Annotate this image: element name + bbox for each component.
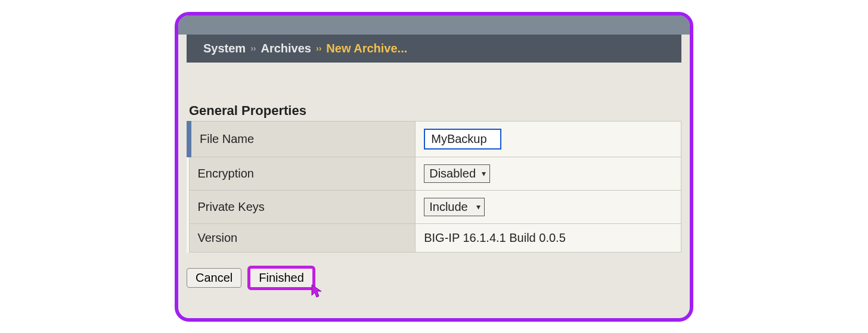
- cancel-button[interactable]: Cancel: [187, 268, 241, 288]
- encryption-select[interactable]: Disabled ▾: [424, 164, 490, 183]
- private-keys-value: Include: [429, 200, 468, 214]
- row-version: Version BIG-IP 16.1.4.1 Build 0.0.5: [189, 223, 681, 252]
- section-title: General Properties: [189, 103, 681, 119]
- file-name-input[interactable]: MyBackup: [424, 129, 501, 150]
- version-label: Version: [189, 223, 416, 252]
- private-keys-select[interactable]: Include ▾: [424, 198, 484, 216]
- row-private-keys: Private Keys Include ▾: [189, 190, 681, 223]
- breadcrumb-current: New Archive...: [326, 42, 407, 55]
- breadcrumb-system[interactable]: System: [203, 42, 246, 55]
- encryption-value: Disabled: [429, 167, 476, 180]
- breadcrumb-separator-icon: ››: [316, 43, 321, 53]
- file-name-label: File Name: [189, 121, 416, 157]
- properties-table: File Name MyBackup Encryption Disabled ▾…: [187, 121, 681, 253]
- content-area: General Properties File Name MyBackup En…: [178, 63, 690, 300]
- version-value: BIG-IP 16.1.4.1 Build 0.0.5: [416, 223, 681, 252]
- row-file-name: File Name MyBackup: [189, 121, 681, 157]
- titlebar-strip: [178, 15, 690, 35]
- window-frame: System ›› Archives ›› New Archive... Gen…: [175, 12, 693, 322]
- breadcrumb-archives[interactable]: Archives: [261, 42, 311, 55]
- encryption-label: Encryption: [189, 157, 416, 190]
- breadcrumb-separator-icon: ››: [250, 43, 256, 53]
- chevron-down-icon: ▾: [482, 169, 486, 178]
- row-encryption: Encryption Disabled ▾: [189, 157, 681, 190]
- breadcrumb: System ›› Archives ›› New Archive...: [187, 35, 681, 63]
- private-keys-label: Private Keys: [189, 190, 416, 223]
- chevron-down-icon: ▾: [474, 202, 480, 211]
- finished-button[interactable]: Finished: [250, 268, 313, 288]
- button-row: Cancel Finished: [187, 268, 681, 288]
